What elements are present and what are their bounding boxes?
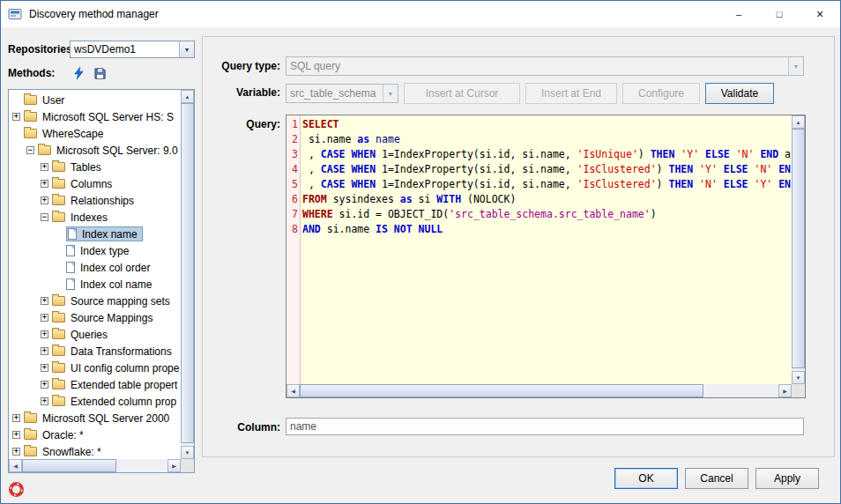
tree-expander-plus-icon[interactable]: + bbox=[12, 414, 20, 422]
line-number: 1 bbox=[287, 117, 300, 132]
tree-expander-plus-icon[interactable]: + bbox=[41, 163, 48, 171]
tree-expander-plus-icon[interactable]: + bbox=[41, 397, 48, 405]
code-line[interactable]: WHERE si.id = OBJECT_ID('src_table_schem… bbox=[302, 207, 792, 222]
column-field[interactable]: name bbox=[286, 418, 804, 435]
tree-item-label: Microsoft SQL Server: 9.0 - bbox=[55, 145, 181, 157]
tree-expander-plus-icon[interactable]: + bbox=[41, 330, 48, 338]
footer-buttons: OK Cancel Apply bbox=[614, 468, 819, 489]
tree-item[interactable]: +Microsoft SQL Server 2000 bbox=[11, 410, 181, 426]
editor-code[interactable]: SELECT si.name as name , CASE WHEN 1=Ind… bbox=[301, 115, 792, 384]
tree-item[interactable]: +Tables bbox=[11, 159, 181, 175]
query-type-label: Query type: bbox=[203, 60, 280, 72]
tree-item[interactable]: −Microsoft SQL Server: 9.0 - bbox=[11, 142, 181, 159]
tree-selection[interactable]: Index name bbox=[66, 226, 143, 241]
editor-vscroll-thumb[interactable] bbox=[792, 129, 805, 368]
tree-vscroll-thumb[interactable] bbox=[181, 103, 194, 443]
scroll-left-icon[interactable]: ◀ bbox=[9, 459, 22, 472]
code-line[interactable]: AND si.name IS NOT NULL bbox=[302, 222, 792, 237]
titlebar[interactable]: Discovery method manager – □ ✕ bbox=[1, 1, 840, 27]
tree-item[interactable]: +Source Mappings bbox=[11, 309, 181, 326]
code-token: ) bbox=[651, 208, 657, 220]
tree-item[interactable]: +UI config column prope bbox=[11, 359, 181, 376]
scroll-right-icon[interactable]: ▶ bbox=[778, 384, 792, 397]
tree-expander-plus-icon[interactable]: + bbox=[41, 381, 48, 389]
code-line[interactable]: , CASE WHEN 1=IndexProperty(si.id, si.na… bbox=[302, 177, 792, 192]
code-token: WHERE bbox=[302, 208, 333, 220]
tree-expander-plus-icon[interactable]: + bbox=[41, 297, 48, 305]
tree-indent bbox=[11, 300, 39, 301]
ok-button[interactable]: OK bbox=[614, 468, 678, 489]
sync-icon[interactable] bbox=[70, 64, 87, 82]
tree-indent bbox=[11, 334, 39, 335]
tree-expander-plus-icon[interactable]: + bbox=[12, 113, 20, 121]
code-token: EN bbox=[778, 163, 791, 175]
scroll-up-icon[interactable]: ▲ bbox=[792, 115, 805, 129]
tree-item[interactable]: +Queries bbox=[11, 326, 181, 343]
tree-item[interactable]: User bbox=[11, 92, 181, 108]
scroll-down-icon[interactable]: ▼ bbox=[181, 446, 194, 459]
editor-vertical-scrollbar[interactable]: ▲ ▼ bbox=[792, 115, 805, 384]
tree-expander-plus-icon[interactable]: + bbox=[41, 180, 48, 188]
repository-select[interactable]: wsDVDemo1 ▼ bbox=[70, 41, 195, 58]
validate-button[interactable]: Validate bbox=[705, 83, 774, 104]
tree-item[interactable]: +Extended table propert bbox=[11, 376, 181, 393]
query-editor[interactable]: 12345678 SELECT si.name as name , CASE W… bbox=[286, 115, 806, 398]
tree-item-label: Microsoft SQL Server 2000 bbox=[41, 412, 171, 425]
tree-item[interactable]: +Extended column prop bbox=[11, 393, 181, 410]
line-number: 3 bbox=[287, 147, 300, 162]
tree-indent bbox=[11, 384, 39, 385]
scroll-down-icon[interactable]: ▼ bbox=[792, 371, 805, 384]
maximize-button[interactable]: □ bbox=[759, 1, 800, 27]
code-line[interactable]: FROM sysindexes as si WITH (NOLOCK) bbox=[302, 192, 792, 207]
code-token: WITH bbox=[436, 193, 461, 205]
save-icon[interactable] bbox=[91, 64, 108, 82]
tree-item[interactable]: +Microsoft SQL Server HS: S bbox=[11, 108, 181, 125]
code-line[interactable]: si.name as name bbox=[302, 132, 792, 147]
apply-button[interactable]: Apply bbox=[755, 468, 819, 489]
tree-item[interactable]: Index col name bbox=[11, 276, 181, 293]
tree-item[interactable]: +Relationships bbox=[11, 192, 181, 209]
folder-icon bbox=[52, 397, 65, 406]
tree-horizontal-scrollbar[interactable]: ◀ ▶ bbox=[9, 459, 181, 472]
scrollbar-corner bbox=[792, 384, 805, 397]
scroll-right-icon[interactable]: ▶ bbox=[167, 459, 181, 472]
tree-item[interactable]: Index name bbox=[11, 226, 181, 242]
code-line[interactable]: SELECT bbox=[302, 117, 792, 132]
tree-vertical-scrollbar[interactable]: ▲ ▼ bbox=[181, 90, 194, 459]
code-line[interactable]: , CASE WHEN 1=IndexProperty(si.id, si.na… bbox=[302, 147, 792, 162]
tree-item[interactable]: +Source mapping sets bbox=[11, 293, 181, 309]
minimize-button[interactable]: – bbox=[718, 1, 759, 27]
tree-item[interactable]: +Data Transformations bbox=[11, 343, 181, 359]
close-button[interactable]: ✕ bbox=[800, 1, 840, 27]
tree-hscroll-thumb[interactable] bbox=[22, 459, 116, 472]
tree-item[interactable]: Index type bbox=[11, 242, 181, 259]
tree-item-label: Index col order bbox=[78, 262, 152, 274]
method-tree[interactable]: User+Microsoft SQL Server HS: SWhereScap… bbox=[9, 90, 181, 459]
tree-item[interactable]: −Indexes bbox=[11, 209, 181, 226]
code-token: 'IsClustered' bbox=[577, 178, 657, 190]
tree-item[interactable]: WhereScape bbox=[11, 125, 181, 142]
cancel-button[interactable]: Cancel bbox=[685, 468, 748, 489]
scroll-left-icon[interactable]: ◀ bbox=[287, 384, 300, 397]
tree-expander-minus-icon[interactable]: − bbox=[41, 213, 48, 221]
tree-expander-plus-icon[interactable]: + bbox=[12, 448, 20, 456]
tree-expander-plus-icon[interactable]: + bbox=[41, 347, 48, 355]
tree-expander-plus-icon[interactable]: + bbox=[41, 364, 48, 372]
tree-item[interactable]: +Columns bbox=[11, 175, 181, 192]
folder-icon bbox=[24, 129, 37, 138]
tree-expander-plus-icon[interactable]: + bbox=[12, 431, 20, 439]
tree-expander-minus-icon[interactable]: − bbox=[26, 146, 34, 154]
editor-horizontal-scrollbar[interactable]: ◀ ▶ bbox=[287, 384, 792, 397]
code-token: IS NOT NULL bbox=[376, 223, 443, 235]
scroll-up-icon[interactable]: ▲ bbox=[181, 90, 194, 103]
editor-body[interactable]: 12345678 SELECT si.name as name , CASE W… bbox=[287, 115, 792, 384]
tree-expander-plus-icon[interactable]: + bbox=[41, 196, 48, 204]
code-token: ) bbox=[638, 148, 651, 160]
repository-value: wsDVDemo1 bbox=[74, 43, 179, 56]
tree-expander-plus-icon[interactable]: + bbox=[41, 314, 48, 322]
editor-hscroll-thumb[interactable] bbox=[300, 384, 703, 397]
tree-item[interactable]: Index col order bbox=[11, 259, 181, 276]
code-line[interactable]: , CASE WHEN 1=IndexProperty(si.id, si.na… bbox=[302, 162, 792, 177]
tree-item[interactable]: +Oracle: * bbox=[11, 426, 181, 443]
tree-item[interactable]: +Snowflake: * bbox=[11, 443, 181, 459]
